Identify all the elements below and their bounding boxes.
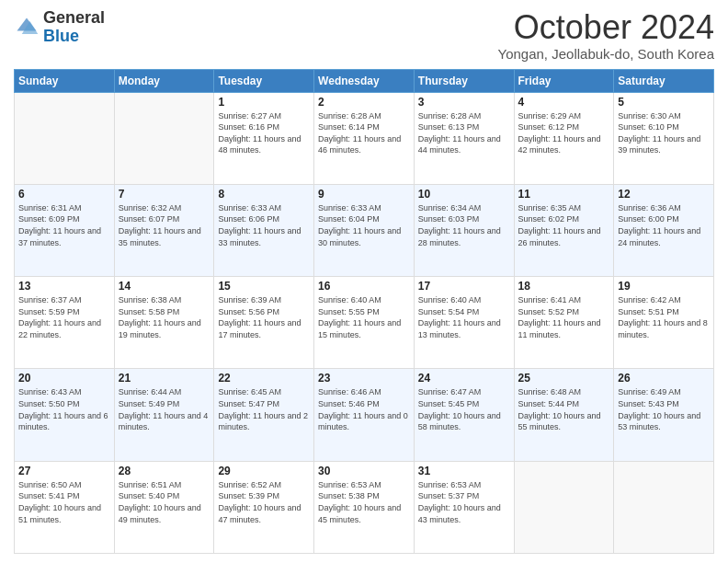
day-info: Sunrise: 6:29 AMSunset: 6:12 PMDaylight:… <box>518 110 610 156</box>
calendar-cell: 19Sunrise: 6:42 AMSunset: 5:51 PMDayligh… <box>614 277 714 369</box>
calendar-cell: 17Sunrise: 6:40 AMSunset: 5:54 PMDayligh… <box>414 277 514 369</box>
calendar-week-row: 27Sunrise: 6:50 AMSunset: 5:41 PMDayligh… <box>15 461 714 553</box>
day-info: Sunrise: 6:50 AMSunset: 5:41 PMDaylight:… <box>18 479 110 525</box>
day-number: 20 <box>18 372 110 385</box>
day-number: 30 <box>318 465 410 477</box>
day-info: Sunrise: 6:40 AMSunset: 5:54 PMDaylight:… <box>418 294 510 340</box>
day-number: 19 <box>618 280 710 293</box>
day-number: 5 <box>618 96 710 109</box>
day-info: Sunrise: 6:43 AMSunset: 5:50 PMDaylight:… <box>18 386 110 432</box>
day-info: Sunrise: 6:48 AMSunset: 5:44 PMDaylight:… <box>518 386 610 432</box>
day-number: 17 <box>418 280 510 293</box>
calendar-week-row: 13Sunrise: 6:37 AMSunset: 5:59 PMDayligh… <box>15 277 714 369</box>
day-number: 13 <box>18 280 110 293</box>
day-info: Sunrise: 6:36 AMSunset: 6:00 PMDaylight:… <box>618 202 710 248</box>
day-info: Sunrise: 6:46 AMSunset: 5:46 PMDaylight:… <box>318 386 410 432</box>
calendar-cell: 3Sunrise: 6:28 AMSunset: 6:13 PMDaylight… <box>414 92 514 184</box>
day-info: Sunrise: 6:30 AMSunset: 6:10 PMDaylight:… <box>618 110 710 156</box>
column-header-sunday: Sunday <box>15 69 115 92</box>
day-info: Sunrise: 6:44 AMSunset: 5:49 PMDaylight:… <box>119 386 210 432</box>
title-location: Yongan, Jeollabuk-do, South Korea <box>498 46 714 62</box>
day-number: 8 <box>218 188 310 201</box>
day-number: 14 <box>119 280 210 293</box>
day-number: 24 <box>418 372 510 385</box>
day-info: Sunrise: 6:49 AMSunset: 5:43 PMDaylight:… <box>618 386 710 432</box>
calendar-cell: 5Sunrise: 6:30 AMSunset: 6:10 PMDaylight… <box>614 92 714 184</box>
calendar-table: SundayMondayTuesdayWednesdayThursdayFrid… <box>14 69 714 554</box>
day-info: Sunrise: 6:28 AMSunset: 6:14 PMDaylight:… <box>318 110 410 156</box>
calendar-cell: 20Sunrise: 6:43 AMSunset: 5:50 PMDayligh… <box>15 369 115 461</box>
day-info: Sunrise: 6:47 AMSunset: 5:45 PMDaylight:… <box>418 386 510 432</box>
day-number: 28 <box>119 465 210 477</box>
day-number: 6 <box>18 188 110 201</box>
day-info: Sunrise: 6:34 AMSunset: 6:03 PMDaylight:… <box>418 202 510 248</box>
logo-icon <box>14 15 40 40</box>
calendar-week-row: 1Sunrise: 6:27 AMSunset: 6:16 PMDaylight… <box>15 92 714 184</box>
day-number: 7 <box>119 188 210 201</box>
logo-text: General Blue <box>43 9 105 46</box>
day-info: Sunrise: 6:31 AMSunset: 6:09 PMDaylight:… <box>18 202 110 248</box>
day-number: 21 <box>119 372 210 385</box>
column-header-friday: Friday <box>514 69 614 92</box>
day-info: Sunrise: 6:40 AMSunset: 5:55 PMDaylight:… <box>318 294 410 340</box>
day-info: Sunrise: 6:33 AMSunset: 6:04 PMDaylight:… <box>318 202 410 248</box>
calendar-cell: 4Sunrise: 6:29 AMSunset: 6:12 PMDaylight… <box>514 92 614 184</box>
day-info: Sunrise: 6:39 AMSunset: 5:56 PMDaylight:… <box>218 294 310 340</box>
calendar-cell: 15Sunrise: 6:39 AMSunset: 5:56 PMDayligh… <box>214 277 314 369</box>
day-number: 18 <box>518 280 610 293</box>
logo: General Blue <box>14 9 105 46</box>
calendar-cell: 30Sunrise: 6:53 AMSunset: 5:38 PMDayligh… <box>314 461 415 553</box>
calendar-cell: 10Sunrise: 6:34 AMSunset: 6:03 PMDayligh… <box>414 184 514 276</box>
day-number: 1 <box>218 96 310 109</box>
calendar-cell: 21Sunrise: 6:44 AMSunset: 5:49 PMDayligh… <box>114 369 214 461</box>
day-number: 23 <box>318 372 410 385</box>
day-info: Sunrise: 6:27 AMSunset: 6:16 PMDaylight:… <box>218 110 310 156</box>
calendar-cell: 31Sunrise: 6:53 AMSunset: 5:37 PMDayligh… <box>414 461 514 553</box>
calendar-cell: 14Sunrise: 6:38 AMSunset: 5:58 PMDayligh… <box>114 277 214 369</box>
calendar-cell: 12Sunrise: 6:36 AMSunset: 6:00 PMDayligh… <box>614 184 714 276</box>
calendar-cell: 9Sunrise: 6:33 AMSunset: 6:04 PMDaylight… <box>314 184 415 276</box>
calendar-cell: 29Sunrise: 6:52 AMSunset: 5:39 PMDayligh… <box>214 461 314 553</box>
day-info: Sunrise: 6:42 AMSunset: 5:51 PMDaylight:… <box>618 294 710 340</box>
calendar-header-row: SundayMondayTuesdayWednesdayThursdayFrid… <box>15 69 714 92</box>
logo-blue: Blue <box>43 27 79 45</box>
day-info: Sunrise: 6:37 AMSunset: 5:59 PMDaylight:… <box>18 294 110 340</box>
day-info: Sunrise: 6:45 AMSunset: 5:47 PMDaylight:… <box>218 386 310 432</box>
calendar-cell <box>114 92 214 184</box>
calendar-cell <box>15 92 115 184</box>
calendar-cell: 22Sunrise: 6:45 AMSunset: 5:47 PMDayligh… <box>214 369 314 461</box>
calendar-cell: 27Sunrise: 6:50 AMSunset: 5:41 PMDayligh… <box>15 461 115 553</box>
calendar-cell: 23Sunrise: 6:46 AMSunset: 5:46 PMDayligh… <box>314 369 415 461</box>
calendar-cell: 16Sunrise: 6:40 AMSunset: 5:55 PMDayligh… <box>314 277 415 369</box>
day-number: 27 <box>18 465 110 477</box>
day-info: Sunrise: 6:41 AMSunset: 5:52 PMDaylight:… <box>518 294 610 340</box>
day-info: Sunrise: 6:35 AMSunset: 6:02 PMDaylight:… <box>518 202 610 248</box>
calendar-cell <box>514 461 614 553</box>
day-number: 22 <box>218 372 310 385</box>
calendar-cell: 18Sunrise: 6:41 AMSunset: 5:52 PMDayligh… <box>514 277 614 369</box>
calendar-cell: 28Sunrise: 6:51 AMSunset: 5:40 PMDayligh… <box>114 461 214 553</box>
calendar-cell: 26Sunrise: 6:49 AMSunset: 5:43 PMDayligh… <box>614 369 714 461</box>
day-number: 9 <box>318 188 410 201</box>
column-header-thursday: Thursday <box>414 69 514 92</box>
header: General Blue October 2024 Yongan, Jeolla… <box>14 9 714 62</box>
day-number: 11 <box>518 188 610 201</box>
calendar-cell: 2Sunrise: 6:28 AMSunset: 6:14 PMDaylight… <box>314 92 415 184</box>
calendar-cell: 6Sunrise: 6:31 AMSunset: 6:09 PMDaylight… <box>15 184 115 276</box>
day-number: 26 <box>618 372 710 385</box>
calendar-cell: 13Sunrise: 6:37 AMSunset: 5:59 PMDayligh… <box>15 277 115 369</box>
day-info: Sunrise: 6:28 AMSunset: 6:13 PMDaylight:… <box>418 110 510 156</box>
calendar-cell: 25Sunrise: 6:48 AMSunset: 5:44 PMDayligh… <box>514 369 614 461</box>
day-number: 2 <box>318 96 410 109</box>
day-info: Sunrise: 6:38 AMSunset: 5:58 PMDaylight:… <box>119 294 210 340</box>
page: General Blue October 2024 Yongan, Jeolla… <box>0 0 728 563</box>
day-number: 3 <box>418 96 510 109</box>
column-header-saturday: Saturday <box>614 69 714 92</box>
day-number: 12 <box>618 188 710 201</box>
column-header-tuesday: Tuesday <box>214 69 314 92</box>
calendar-cell: 24Sunrise: 6:47 AMSunset: 5:45 PMDayligh… <box>414 369 514 461</box>
title-block: October 2024 Yongan, Jeollabuk-do, South… <box>498 9 714 62</box>
logo-general: General <box>43 8 105 27</box>
day-number: 15 <box>218 280 310 293</box>
column-header-monday: Monday <box>114 69 214 92</box>
